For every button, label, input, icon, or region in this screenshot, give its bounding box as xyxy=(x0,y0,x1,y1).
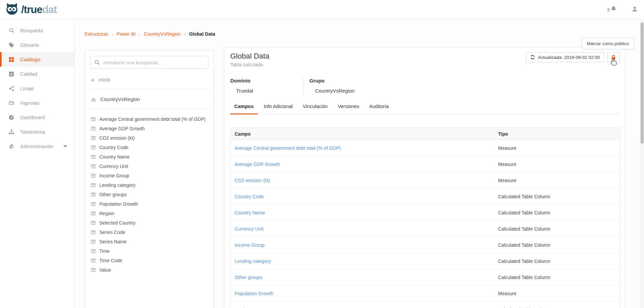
sitemap-icon xyxy=(8,129,15,135)
tree-field-label: Time Code xyxy=(99,258,122,263)
tree-back-home[interactable]: « Inicio xyxy=(90,75,208,83)
sidebar-item-calidad[interactable]: Calidad xyxy=(0,67,74,81)
breadcrumb-link[interactable]: CountryVsRegion xyxy=(144,31,181,37)
breadcrumb-link[interactable]: Power BI xyxy=(116,31,136,37)
breadcrumb-separator-icon: › xyxy=(139,32,140,37)
sidebar-item-glosario[interactable]: Glosario xyxy=(0,38,74,52)
tree-field-11[interactable]: Selected Country xyxy=(90,218,208,228)
field-link[interactable]: Currency Unit xyxy=(235,226,264,232)
tree-field-label: Currency Unit xyxy=(99,164,128,169)
tab-vinculacion[interactable]: Vinculación xyxy=(299,104,332,114)
search-icon xyxy=(94,60,100,67)
scrollbar-thumb[interactable] xyxy=(641,23,644,144)
table-column-icon xyxy=(91,192,96,197)
drive-icon xyxy=(8,100,15,106)
tab-label: Auditoría xyxy=(369,104,389,109)
sidebar-item-label: Ingestas xyxy=(20,100,39,106)
meta-grupo-label: Grupo xyxy=(309,78,355,83)
tree-field-16[interactable]: Value xyxy=(90,265,208,275)
sidebar-item-label: Catálogo xyxy=(20,57,40,62)
sidebar-item-catalogo[interactable]: Catálogo xyxy=(0,52,74,67)
breadcrumb-item-global-data: Global Data › xyxy=(189,31,215,37)
field-link[interactable]: CO2 emision (kt) xyxy=(235,178,270,183)
field-link[interactable]: Population Growth xyxy=(235,291,273,296)
tab-label: Versiones xyxy=(338,104,359,109)
tree-search-box xyxy=(90,56,208,69)
sidebar-item-label: Dashboard xyxy=(20,114,45,120)
tree-field-label: Selected Country xyxy=(99,220,135,226)
field-row-8: Other groups Calculated Table Column xyxy=(231,269,620,285)
sidebar-item-ingestas[interactable]: Ingestas xyxy=(0,96,74,110)
sidebar-item-linaje[interactable]: Linaje xyxy=(0,81,74,96)
tree-field-10[interactable]: Region xyxy=(90,209,208,218)
tab-info-adicional[interactable]: Info Adicional xyxy=(260,104,297,114)
tree-field-3[interactable]: Country Code xyxy=(90,143,208,152)
confidentiality-lock-button[interactable] xyxy=(607,52,620,64)
tree-search-input[interactable] xyxy=(91,56,208,68)
table-column-icon xyxy=(91,239,96,244)
sidebar-item-busqueda[interactable]: Búsqueda xyxy=(0,23,74,38)
lock-icon xyxy=(611,55,616,62)
tab-label: Campos xyxy=(234,104,253,109)
tree-root-node[interactable]: CountryVsRegion xyxy=(90,95,208,103)
refresh-updated-button[interactable]: Actualizada: 2019-09-02 02:00 xyxy=(526,52,604,62)
tree-field-8[interactable]: Other groups xyxy=(90,190,208,199)
share-nodes-icon xyxy=(8,85,15,92)
sidebar-item-dashboard[interactable]: Dashboard xyxy=(0,110,74,125)
user-icon xyxy=(632,6,638,13)
sidebar-item-taxonomia[interactable]: Taxonomía xyxy=(0,125,74,139)
sidebar-item-label: Calidad xyxy=(20,71,37,77)
tree-field-12[interactable]: Series Code xyxy=(90,228,208,237)
field-link[interactable]: Country Code xyxy=(235,194,264,199)
bar-chart-icon xyxy=(91,96,96,102)
tree-field-5[interactable]: Currency Unit xyxy=(90,162,208,171)
tab-campos[interactable]: Campos xyxy=(230,104,258,114)
tree-field-13[interactable]: Series Name xyxy=(90,237,208,246)
sidebar-nav: Búsqueda Glosario Catálogo Calidad Linaj… xyxy=(0,19,74,308)
field-row-2: CO2 emision (kt) Measure xyxy=(231,172,620,189)
tree-field-6[interactable]: Income Group xyxy=(90,171,208,180)
field-type-cell: Measure xyxy=(494,285,620,302)
tree-field-1[interactable]: Average GDP Growth xyxy=(90,124,208,133)
field-row-0: Average Central government debt total (%… xyxy=(231,140,620,156)
table-column-icon xyxy=(91,173,96,178)
field-link[interactable]: Income Group xyxy=(235,242,265,248)
tree-field-4[interactable]: Country Name xyxy=(90,152,208,162)
notifications-button[interactable]: 3 xyxy=(607,6,617,13)
field-link[interactable]: Lending category xyxy=(235,259,271,264)
tree-field-label: Average Central government debt total (%… xyxy=(99,116,206,122)
tree-field-7[interactable]: Lending category xyxy=(90,180,208,190)
owl-logo-icon xyxy=(5,2,19,17)
meta-dominio-value: Truedat xyxy=(230,88,303,94)
truedat-logo[interactable]: /truedat xyxy=(5,2,57,17)
tab-auditoria[interactable]: Auditoría xyxy=(365,104,393,114)
user-menu-button[interactable] xyxy=(632,6,638,13)
tree-field-label: Other groups xyxy=(99,192,127,197)
tree-field-2[interactable]: CO2 emision (kt) xyxy=(90,133,208,143)
breadcrumb-link[interactable]: Estructuras xyxy=(84,31,108,37)
breadcrumb-item-estructuras: Estructuras › xyxy=(84,31,116,37)
refresh-icon xyxy=(530,55,535,60)
tree-field-9[interactable]: Population Growth xyxy=(90,199,208,209)
field-link[interactable]: Region xyxy=(235,307,249,308)
detail-tabs: Campos Info Adicional Vinculación Versio… xyxy=(230,104,619,114)
tab-versiones[interactable]: Versiones xyxy=(334,104,363,114)
tree-field-label: Income Group xyxy=(99,173,129,178)
table-column-icon xyxy=(91,230,96,235)
tree-field-14[interactable]: Time xyxy=(90,246,208,256)
field-type-cell: Calculated Table Column xyxy=(494,189,620,205)
table-column-icon xyxy=(91,136,96,140)
sidebar-item-label: Linaje xyxy=(20,85,34,91)
meta-section: Dominio Truedat Grupo CountryVsRegion xyxy=(230,78,619,95)
field-link[interactable]: Other groups xyxy=(235,275,262,280)
field-link[interactable]: Country Name xyxy=(235,210,265,215)
field-type-cell: Calculated Table Column xyxy=(494,253,620,269)
breadcrumb-item-countryvsregion: CountryVsRegion › xyxy=(144,31,189,37)
tree-root-label: CountryVsRegion xyxy=(100,96,140,102)
field-link[interactable]: Average Central government debt total (%… xyxy=(235,145,341,151)
tree-field-15[interactable]: Time Code xyxy=(90,256,208,265)
field-link[interactable]: Average GDP Growth xyxy=(235,162,280,167)
tree-field-0[interactable]: Average Central government debt total (%… xyxy=(90,114,208,124)
sidebar-item-administracion[interactable]: Administración xyxy=(0,139,74,153)
breadcrumb-link[interactable]: Global Data xyxy=(189,31,215,37)
